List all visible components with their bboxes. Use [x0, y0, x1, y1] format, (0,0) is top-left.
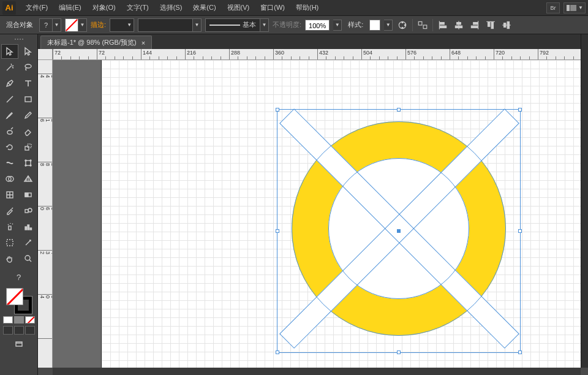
- unknown-tool[interactable]: ?: [10, 270, 28, 284]
- stroke-dropdown[interactable]: ▼: [78, 18, 87, 32]
- handle-ml[interactable]: [276, 229, 279, 233]
- handle-bm[interactable]: [397, 350, 401, 354]
- svg-rect-15: [473, 22, 478, 24]
- menu-select[interactable]: 选择(S): [155, 1, 187, 14]
- brush-def[interactable]: 基本: [205, 18, 260, 32]
- stroke-weight[interactable]: ▼: [110, 18, 134, 32]
- align-right-icon[interactable]: [469, 19, 481, 31]
- pen-tool[interactable]: [1, 76, 18, 91]
- opacity-dd[interactable]: ▼: [333, 20, 342, 31]
- svg-rect-1: [570, 5, 576, 11]
- vertical-ruler[interactable]: 72144216288360432504: [38, 60, 53, 368]
- svg-rect-28: [28, 144, 31, 148]
- zoom-tool[interactable]: [20, 251, 37, 266]
- handle-center[interactable]: [397, 229, 401, 233]
- style-label: 样式:: [345, 20, 366, 29]
- menu-view[interactable]: 视图(V): [222, 1, 255, 14]
- perspective-grid-tool[interactable]: [20, 172, 37, 186]
- menu-help[interactable]: 帮助(H): [291, 1, 323, 14]
- horizontal-ruler[interactable]: 7272144216288360432504576648720792: [53, 49, 581, 60]
- shape-builder-tool[interactable]: [1, 172, 18, 186]
- menu-object[interactable]: 对象(O): [88, 1, 121, 14]
- draw-normal[interactable]: [3, 326, 13, 335]
- slice-tool[interactable]: [20, 235, 37, 250]
- menu-effect[interactable]: 效果(C): [188, 1, 221, 14]
- draw-modes: [1, 326, 36, 335]
- handle-bl[interactable]: [276, 350, 279, 354]
- menu-edit[interactable]: 编辑(E): [54, 1, 86, 14]
- rotate-tool[interactable]: [1, 140, 18, 154]
- lasso-tool[interactable]: [20, 60, 37, 75]
- scale-tool[interactable]: [20, 140, 37, 154]
- toolbox-grip[interactable]: [1, 37, 36, 42]
- width-tool[interactable]: [1, 156, 18, 170]
- handle-tl[interactable]: [276, 108, 279, 112]
- gradient-tool[interactable]: [20, 188, 37, 202]
- paintbrush-tool[interactable]: [1, 108, 18, 123]
- svg-rect-21: [504, 23, 506, 27]
- screen-mode-tool[interactable]: [10, 337, 28, 352]
- menu-text[interactable]: 文字(T): [122, 1, 154, 14]
- column-graph-tool[interactable]: [20, 219, 37, 234]
- blob-brush-tool[interactable]: [1, 124, 18, 138]
- draw-inside[interactable]: [25, 326, 35, 335]
- symbol-sprayer-tool[interactable]: [1, 219, 18, 234]
- style-swatch[interactable]: [369, 20, 380, 31]
- handle-mr[interactable]: [518, 229, 522, 233]
- horizontal-scrollbar[interactable]: [53, 368, 581, 375]
- brush-dd[interactable]: ▼: [260, 18, 269, 32]
- handle-tr[interactable]: [518, 108, 522, 112]
- svg-rect-27: [25, 146, 29, 150]
- handle-tm[interactable]: [397, 108, 401, 112]
- rectangle-tool[interactable]: [20, 92, 37, 107]
- fill-color[interactable]: [6, 288, 23, 305]
- mesh-tool[interactable]: [1, 188, 18, 202]
- canvas[interactable]: [53, 60, 581, 368]
- ruler-origin[interactable]: [38, 49, 53, 60]
- type-tool[interactable]: [20, 76, 37, 91]
- magic-wand-tool[interactable]: [1, 60, 18, 75]
- vw-profile-dd[interactable]: ▼: [193, 18, 202, 32]
- free-transform-tool[interactable]: [20, 156, 37, 170]
- blend-tool[interactable]: [20, 203, 37, 218]
- svg-rect-38: [25, 193, 28, 197]
- panel-dock[interactable]: [581, 34, 588, 368]
- align-hcenter-icon[interactable]: [453, 19, 465, 31]
- bridge-button[interactable]: Br: [546, 2, 560, 13]
- menu-window[interactable]: 窗口(W): [255, 1, 290, 14]
- color-mode-gradient[interactable]: [14, 316, 24, 324]
- bounding-box[interactable]: [277, 109, 521, 353]
- align-icon[interactable]: [417, 19, 429, 31]
- svg-rect-7: [423, 25, 427, 29]
- style-dd[interactable]: ▼: [384, 20, 393, 31]
- direct-selection-tool[interactable]: [20, 44, 37, 59]
- align-top-icon[interactable]: [484, 19, 497, 31]
- hand-tool[interactable]: [1, 251, 18, 266]
- svg-rect-19: [491, 22, 493, 28]
- close-tab-icon[interactable]: ×: [141, 39, 145, 47]
- document-tab[interactable]: 未标题-1* @ 98% (RGB/预览) ×: [40, 36, 152, 49]
- svg-rect-12: [457, 22, 461, 24]
- eraser-tool[interactable]: [20, 124, 37, 138]
- line-tool[interactable]: [1, 92, 18, 107]
- opacity-value[interactable]: 100%: [305, 20, 330, 31]
- fill-swatch[interactable]: [39, 18, 53, 32]
- color-mode-solid[interactable]: [3, 316, 13, 324]
- fill-stroke-control[interactable]: [6, 288, 32, 314]
- selection-tool[interactable]: [1, 44, 18, 59]
- stroke-swatch[interactable]: [65, 18, 78, 32]
- fill-dropdown[interactable]: ▼: [53, 18, 61, 32]
- handle-br[interactable]: [518, 350, 522, 354]
- align-left-icon[interactable]: [437, 19, 449, 31]
- artboard-tool[interactable]: [1, 235, 18, 250]
- layout-switcher[interactable]: ▼: [564, 2, 586, 13]
- eyedropper-tool[interactable]: [1, 203, 18, 218]
- align-vcenter-icon[interactable]: [500, 19, 513, 31]
- color-mode-none[interactable]: [25, 316, 35, 324]
- tab-title: 未标题-1* @ 98% (RGB/预览): [47, 38, 137, 47]
- vw-profile[interactable]: [138, 18, 193, 32]
- pencil-tool[interactable]: [20, 108, 37, 123]
- draw-behind[interactable]: [14, 326, 24, 335]
- menu-file[interactable]: 文件(F): [21, 1, 53, 14]
- recolor-icon[interactable]: [396, 19, 409, 31]
